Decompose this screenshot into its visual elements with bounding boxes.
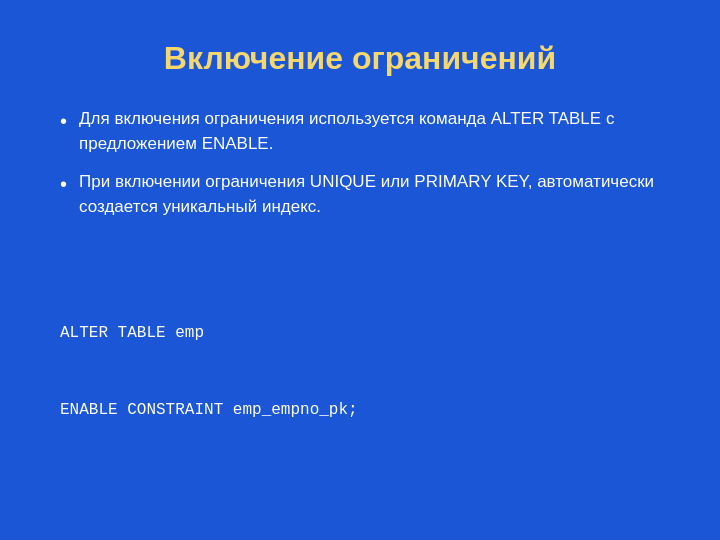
- code-line-4: Table altered.: [60, 536, 660, 541]
- bullet-text-1: Для включения ограничения используется к…: [79, 107, 660, 156]
- code-block: ALTER TABLE emp ENABLE CONSTRAINT emp_em…: [60, 270, 660, 540]
- slide: Включение ограничений • Для включения ог…: [0, 0, 720, 540]
- slide-title: Включение ограничений: [60, 40, 660, 77]
- bullet-list: • Для включения ограничения используется…: [60, 107, 660, 234]
- bullet-text-2: При включении ограничения UNIQUE или PRI…: [79, 170, 660, 219]
- bullet-dot: •: [60, 108, 67, 135]
- code-line-2: ENABLE CONSTRAINT emp_empno_pk;: [60, 398, 660, 424]
- bullet-dot: •: [60, 171, 67, 198]
- list-item: • При включении ограничения UNIQUE или P…: [60, 170, 660, 219]
- code-line-empty: [60, 474, 660, 484]
- code-line-1: ALTER TABLE emp: [60, 321, 660, 347]
- list-item: • Для включения ограничения используется…: [60, 107, 660, 156]
